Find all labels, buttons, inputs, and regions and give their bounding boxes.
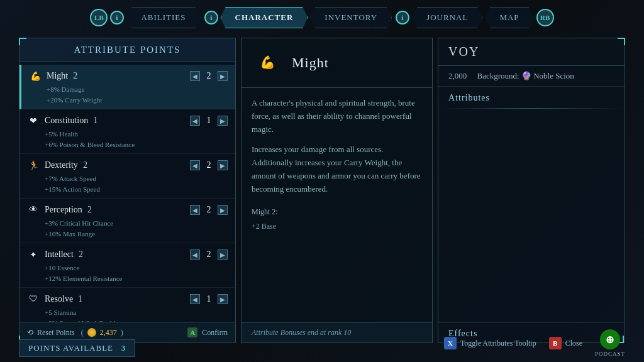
detail-description-2: Increases your damage from all sources. … (252, 143, 422, 195)
dexterity-bonuses: +7% Attack Speed +15% Action Speed (27, 173, 228, 194)
dexterity-decrease[interactable]: ◀ (190, 160, 200, 170)
dexterity-name: 🏃 Dexterity 2 (27, 159, 87, 172)
might-name: 💪 Might 2 (29, 70, 77, 82)
close-hint-text: Close (565, 339, 582, 348)
dexterity-controls: ◀ 2 ▶ (190, 160, 228, 170)
constitution-icon: ❤ (27, 114, 40, 127)
detail-footer: Attribute Bonuses end at rank 10 (242, 322, 432, 343)
stat-value: +2 Base (252, 221, 422, 233)
constitution-value: 1 (204, 116, 214, 126)
main-content: Attribute Points 💪 Might 2 ◀ 2 ▶ (19, 38, 625, 343)
intellect-increase[interactable]: ▶ (218, 250, 228, 260)
intellect-bonuses: +10 Essence +12% Elemental Resistance (27, 263, 228, 283)
dexterity-value: 2 (204, 160, 214, 170)
char-background: Background: 🔮 Noble Scion (477, 71, 574, 80)
intellect-value: 2 (204, 250, 214, 260)
resolve-value: 1 (204, 294, 214, 304)
nav-bar: LB ℹ ABILITIES ℹ CHARACTER INVENTORY ℹ J… (0, 0, 644, 35)
perception-controls: ◀ 2 ▶ (190, 205, 228, 215)
gold-amount: 2,437 (100, 328, 117, 337)
char-gold-row: 2,000 Background: 🔮 Noble Scion (438, 66, 625, 87)
constitution-increase[interactable]: ▶ (218, 116, 228, 126)
confirm-button[interactable]: A Confirm (187, 327, 228, 337)
points-bar: POINTS AVAILABLE 3 (19, 339, 135, 357)
perception-decrease[interactable]: ◀ (190, 205, 200, 215)
left-panel: Attribute Points 💪 Might 2 ◀ 2 ▶ (19, 38, 236, 343)
resolve-decrease[interactable]: ◀ (190, 294, 200, 304)
constitution-name: ❤ Constitution 1 (27, 114, 97, 127)
right-scrollable (438, 110, 625, 322)
might-increase[interactable]: ▶ (218, 71, 228, 81)
might-controls: ◀ 2 ▶ (190, 71, 228, 81)
resolve-name: 🛡 Resolve 1 (27, 293, 82, 305)
perception-bonuses: +3% Critical Hit Chance +10% Max Range (27, 218, 228, 239)
constitution-controls: ◀ 1 ▶ (190, 116, 228, 126)
resolve-controls: ◀ 1 ▶ (190, 294, 228, 304)
tab-character[interactable]: CHARACTER (221, 7, 308, 28)
attribute-might[interactable]: 💪 Might 2 ◀ 2 ▶ +8% Damage +20% Carry We… (19, 65, 235, 109)
attribute-constitution[interactable]: ❤ Constitution 1 ◀ 1 ▶ +5% Health +6% Po… (19, 109, 235, 154)
stat-label: Might 2: (252, 206, 422, 218)
gold-value: 2,000 (448, 71, 467, 80)
attribute-perception[interactable]: 👁 Perception 2 ◀ 2 ▶ +3% Critical Hit Ch… (19, 199, 235, 243)
dexterity-increase[interactable]: ▶ (218, 160, 228, 170)
b-button-badge: B (549, 337, 562, 349)
detail-description-1: A character's physical and spiritual str… (252, 97, 422, 136)
attribute-resolve[interactable]: 🛡 Resolve 1 ◀ 1 ▶ +5 Stamina +8% Second … (19, 288, 235, 322)
rb-trigger[interactable]: RB (536, 9, 554, 26)
section-divider (438, 108, 625, 109)
resolve-bonuses: +5 Stamina +8% Second Wind Cooldown (27, 307, 228, 322)
character-icon: ℹ (204, 11, 218, 25)
tab-abilities[interactable]: ABILITIES (126, 7, 200, 28)
tab-map[interactable]: MAP (485, 7, 533, 28)
tab-inventory[interactable]: INVENTORY (310, 7, 392, 28)
might-detail-icon: 💪 (252, 47, 283, 79)
tab-journal[interactable]: JOURNAL (412, 7, 482, 28)
bottom-controls: X Toggle Attributes Tooltip B Close ⊕ PO… (444, 329, 625, 357)
might-decrease[interactable]: ◀ (190, 71, 200, 81)
detail-body: A character's physical and spiritual str… (242, 88, 432, 322)
xbox-icon: ⊕ (600, 329, 620, 349)
points-value: 3 (121, 343, 126, 353)
attributes-list: 💪 Might 2 ◀ 2 ▶ +8% Damage +20% Carry We… (19, 62, 235, 322)
background-icon: 🔮 (521, 71, 533, 80)
x-button-badge: X (444, 337, 457, 349)
intellect-decrease[interactable]: ◀ (190, 250, 200, 260)
middle-panel: 💪 Might A character's physical and spiri… (241, 38, 433, 343)
xbox-text: PODCAST (595, 351, 625, 357)
close-hint[interactable]: B Close (549, 337, 582, 349)
might-value: 2 (204, 71, 214, 81)
coin-icon (87, 328, 96, 337)
perception-icon: 👁 (27, 204, 40, 216)
intellect-name: ✦ Intellect 2 (27, 248, 83, 261)
resolve-increase[interactable]: ▶ (218, 294, 228, 304)
points-label: POINTS AVAILABLE (28, 343, 113, 353)
lb-trigger[interactable]: LB (90, 9, 108, 26)
detail-title: Might (292, 55, 329, 71)
detail-header: 💪 Might (242, 38, 432, 88)
xbox-logo: ⊕ PODCAST (595, 329, 625, 357)
perception-value: 2 (204, 205, 214, 215)
attribute-intellect[interactable]: ✦ Intellect 2 ◀ 2 ▶ +10 Essence +12% Ele… (19, 243, 235, 288)
detail-stats: Might 2: +2 Base (252, 206, 422, 233)
might-bonuses: +8% Damage +20% Carry Weight (29, 84, 228, 105)
toggle-hint[interactable]: X Toggle Attributes Tooltip (444, 337, 536, 349)
reset-button[interactable]: ⟲ Reset Points ( 2,437 ) (27, 328, 123, 337)
perception-name: 👁 Perception 2 (27, 204, 92, 216)
dexterity-icon: 🏃 (27, 159, 40, 172)
intellect-controls: ◀ 2 ▶ (190, 250, 228, 260)
constitution-bonuses: +5% Health +6% Poison & Bleed Resistance (27, 129, 228, 150)
svg-text:💪: 💪 (260, 55, 275, 70)
right-panel: VOY 2,000 Background: 🔮 Noble Scion Attr… (438, 38, 625, 343)
attribute-dexterity[interactable]: 🏃 Dexterity 2 ◀ 2 ▶ +7% Attack Speed +15… (19, 154, 235, 199)
constitution-decrease[interactable]: ◀ (190, 116, 200, 126)
intellect-icon: ✦ (27, 248, 40, 261)
might-icon: 💪 (29, 70, 42, 82)
toggle-hint-text: Toggle Attributes Tooltip (460, 339, 536, 348)
perception-increase[interactable]: ▶ (218, 205, 228, 215)
attributes-section-header: Attributes (438, 87, 625, 107)
panel-title: Attribute Points (19, 38, 235, 62)
lb-icon: ℹ (110, 11, 124, 25)
resolve-icon: 🛡 (27, 293, 40, 305)
journal-icon: ℹ (396, 11, 409, 25)
